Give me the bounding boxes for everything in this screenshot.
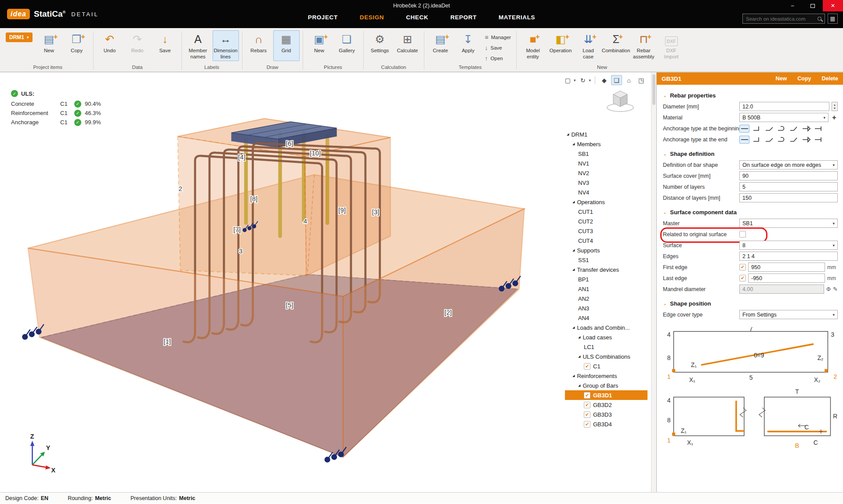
tree-item-load-cases[interactable]: ◢Load cases — [565, 332, 648, 342]
expand-arrow-icon[interactable]: ◢ — [572, 142, 575, 146]
section-surface-component-data[interactable]: ⌄Surface component data — [663, 206, 838, 218]
zoom-fit-button[interactable]: ◳ — [636, 75, 647, 85]
dimension-lines-button[interactable]: ↔Dimension lines — [213, 30, 239, 61]
anchorage-hook-135-icon[interactable] — [764, 125, 774, 133]
stepper[interactable]: ▲▼ — [832, 102, 838, 111]
section-shape-position[interactable]: ⌄Shape position — [663, 298, 838, 309]
manager-template-button[interactable]: ≡Manager — [483, 32, 514, 42]
undo-button[interactable]: ↶Undo — [97, 30, 123, 61]
tree-item-members[interactable]: ◢Members — [565, 139, 648, 149]
tab-project[interactable]: PROJECT — [307, 13, 339, 22]
tree-item-cut2[interactable]: CUT2 — [565, 216, 648, 226]
operation-button[interactable]: ◧Operation — [547, 30, 574, 61]
add-material-button[interactable]: + — [831, 114, 838, 122]
tree-item-uls-combinations[interactable]: ◢ULS Combinations — [565, 352, 648, 361]
select-surface[interactable]: 8▾ — [739, 241, 838, 250]
load-case-button[interactable]: ⇊Load case — [575, 30, 601, 61]
select-definition-of-bar-shape[interactable]: On surface edge on more edges▾ — [739, 160, 838, 169]
search-box[interactable] — [742, 14, 825, 24]
anchorage-hook-135-icon[interactable] — [764, 136, 774, 144]
new-button[interactable]: New — [776, 76, 787, 82]
step-up-icon[interactable]: ▲ — [833, 103, 836, 107]
tree-item-nv3[interactable]: NV3 — [565, 178, 648, 187]
anchorage-headed-icon[interactable] — [801, 125, 811, 133]
anchorage-plate-icon[interactable] — [813, 136, 823, 144]
select-master[interactable]: SB1▾ — [739, 219, 838, 228]
apply-button[interactable]: ↧Apply — [455, 30, 481, 61]
tree-item-c1[interactable]: ✔C1 — [565, 361, 648, 371]
save-template-button[interactable]: ↓Save — [483, 43, 514, 52]
input-number-of-layers[interactable]: 5 — [739, 182, 838, 191]
create-button[interactable]: ▤Create — [427, 30, 454, 61]
tree-checkbox[interactable]: ✔ — [584, 421, 590, 428]
expand-arrow-icon[interactable]: ◢ — [567, 133, 569, 136]
member-names-button[interactable]: AMember names — [185, 30, 211, 61]
tab-design[interactable]: DESIGN — [359, 13, 385, 22]
anchorage-hook-180-icon[interactable] — [776, 125, 786, 133]
apps-menu-button[interactable]: ▦ — [828, 14, 838, 24]
tab-report[interactable]: REPORT — [449, 13, 478, 22]
copy-button[interactable]: ❐Copy — [64, 30, 90, 61]
rebar-assembly-button[interactable]: ⊓Rebar assembly — [630, 30, 657, 61]
section-plane-tool-dropdown[interactable]: ▾ — [574, 78, 576, 83]
tree-item-an1[interactable]: AN1 — [565, 284, 648, 294]
input-surface-cover-mm[interactable]: 90 — [739, 171, 838, 180]
checkbox-first-edge[interactable]: ✔ — [739, 264, 746, 270]
input-diameter-mm[interactable]: 12.0 — [739, 102, 829, 111]
delete-button[interactable]: Delete — [821, 76, 838, 82]
rebars-button[interactable]: ∩Rebars — [246, 30, 272, 61]
section-plane-tool[interactable]: ▢ — [562, 75, 573, 85]
pencil-icon[interactable]: ✎ — [833, 286, 838, 292]
3d-viewport[interactable]: Z Y X [1][2][3][4][5][6][7][8][9][10]234… — [0, 72, 651, 492]
expand-arrow-icon[interactable]: ◢ — [572, 268, 575, 271]
expand-arrow-icon[interactable]: ◢ — [578, 384, 580, 387]
tree-item-drm1[interactable]: ◢DRM1 — [565, 130, 648, 139]
model-entity-button[interactable]: ■Model entity — [520, 30, 546, 61]
grid-button[interactable]: ▦Grid — [273, 30, 300, 61]
tree-item-bp1[interactable]: BP1 — [565, 274, 648, 284]
anchorage-hook-90-icon[interactable] — [752, 125, 762, 133]
project-item-selector[interactable]: DRM1▾ — [6, 32, 33, 42]
input-distance-of-layers-mm[interactable]: 150 — [739, 193, 838, 202]
select-edge-cover-type[interactable]: From Settings▾ — [739, 310, 838, 319]
anchorage-plate-icon[interactable] — [813, 125, 823, 133]
expand-arrow-icon[interactable]: ◢ — [578, 355, 580, 358]
expand-arrow-icon[interactable]: ◢ — [572, 200, 575, 204]
close-button[interactable]: ✕ — [823, 0, 843, 11]
orbit-tool[interactable]: ↻ — [577, 75, 588, 85]
render-mode-button[interactable]: ◆ — [599, 75, 610, 85]
input-last-edge[interactable]: -950 — [748, 274, 825, 283]
minimize-button[interactable]: – — [782, 0, 803, 11]
tree-checkbox[interactable]: ✔ — [584, 363, 590, 370]
layers-view-button[interactable]: ❏ — [611, 75, 622, 85]
section-rebar-properties[interactable]: ⌄Rebar properties — [663, 90, 838, 101]
tree-item-gb3d3[interactable]: ✔GB3D3 — [565, 410, 648, 419]
tree-item-gb3d2[interactable]: ✔GB3D2 — [565, 400, 648, 410]
calculate-button[interactable]: ⊞Calculate — [394, 30, 421, 61]
step-down-icon[interactable]: ▼ — [833, 107, 836, 110]
tree-item-operations[interactable]: ◢Operations — [565, 197, 648, 207]
combination-button[interactable]: ΣCombination — [603, 30, 629, 61]
tab-materials[interactable]: MATERIALS — [498, 13, 536, 22]
save-button[interactable]: ↓Save — [152, 30, 178, 61]
tree-item-nv4[interactable]: NV4 — [565, 187, 648, 197]
open-template-button[interactable]: ↑Open — [483, 54, 514, 63]
tree-item-sb1[interactable]: SB1 — [565, 149, 648, 158]
select-material[interactable]: B 500B▾ — [739, 113, 829, 122]
new-button[interactable]: ▤New — [36, 30, 62, 61]
expand-arrow-icon[interactable]: ◢ — [572, 374, 575, 378]
anchorage-bend-45-icon[interactable] — [789, 125, 799, 133]
search-input[interactable] — [746, 16, 815, 22]
anchorage-hook-180-icon[interactable] — [776, 136, 786, 144]
copy-button[interactable]: Copy — [797, 76, 811, 82]
section-shape-definition[interactable]: ⌄Shape definition — [663, 148, 838, 159]
anchorage-headed-icon[interactable] — [801, 136, 811, 144]
tree-item-group-of-bars[interactable]: ◢Group of Bars — [565, 381, 648, 390]
tree-item-an4[interactable]: AN4 — [565, 313, 648, 323]
home-view-button[interactable]: ⌂ — [623, 75, 634, 85]
anchorage-straight-icon[interactable] — [739, 136, 749, 144]
tree-checkbox[interactable]: ✔ — [584, 392, 590, 399]
tree-item-cut1[interactable]: CUT1 — [565, 207, 648, 216]
tree-item-nv2[interactable]: NV2 — [565, 168, 648, 178]
maximize-button[interactable] — [803, 0, 823, 11]
